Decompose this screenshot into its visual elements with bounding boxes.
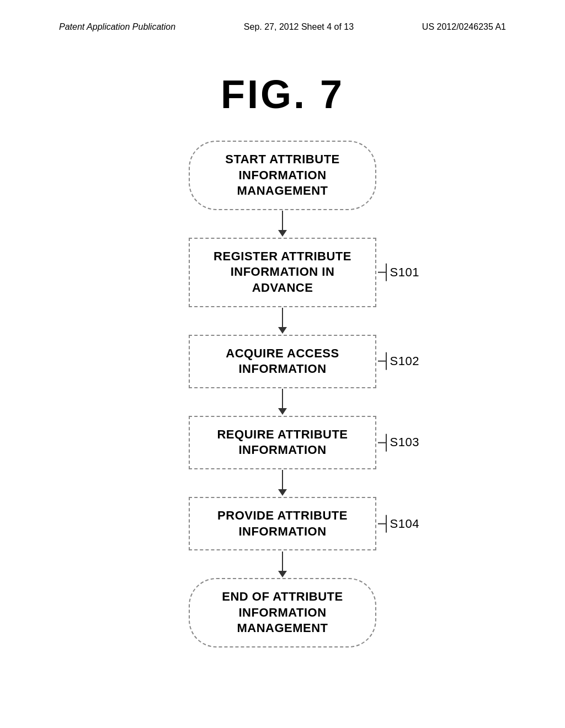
start-node: START ATTRIBUTEINFORMATION MANAGEMENT — [189, 141, 376, 210]
date-sheet-label: Sep. 27, 2012 Sheet 4 of 13 — [244, 22, 354, 32]
bracket-line — [378, 442, 387, 443]
s102-label: S102 — [390, 354, 419, 370]
s103-node: REQUIRE ATTRIBUTEINFORMATION S103 — [189, 416, 376, 469]
bracket-line — [378, 272, 387, 273]
s101-bracket: S101 — [378, 264, 419, 280]
arrow-2 — [278, 307, 287, 335]
figure-title: FIG. 7 — [0, 72, 565, 117]
s101-node: REGISTER ATTRIBUTEINFORMATION IN ADVANCE… — [189, 238, 376, 307]
s102-node: ACQUIRE ACCESSINFORMATION S102 — [189, 335, 376, 388]
s103-bracket: S103 — [378, 435, 419, 451]
end-node: END OF ATTRIBUTEINFORMATION MANAGEMENT — [189, 578, 376, 647]
publication-label: Patent Application Publication — [59, 22, 175, 32]
s102-bracket: S102 — [378, 354, 419, 370]
arrow-5 — [278, 550, 287, 578]
bracket-line — [378, 523, 387, 524]
arrow-line — [282, 211, 283, 231]
s103-label: S103 — [390, 435, 419, 451]
s104-label: S104 — [390, 516, 419, 532]
flow-step-end: END OF ATTRIBUTEINFORMATION MANAGEMENT — [139, 578, 426, 647]
s101-label: S101 — [390, 264, 419, 280]
page-header: Patent Application Publication Sep. 27, … — [0, 22, 565, 32]
flow-step-s104: PROVIDE ATTRIBUTEINFORMATION S104 — [139, 497, 426, 550]
flow-step-start: START ATTRIBUTEINFORMATION MANAGEMENT — [139, 141, 426, 210]
arrow-head — [278, 489, 287, 496]
flow-step-s102: ACQUIRE ACCESSINFORMATION S102 — [139, 335, 426, 388]
arrow-4 — [278, 469, 287, 497]
arrow-line — [282, 389, 283, 409]
arrow-head — [278, 571, 287, 577]
flow-step-s101: REGISTER ATTRIBUTEINFORMATION IN ADVANCE… — [139, 238, 426, 307]
flowchart: START ATTRIBUTEINFORMATION MANAGEMENT RE… — [139, 141, 426, 647]
page: Patent Application Publication Sep. 27, … — [0, 0, 565, 728]
arrow-1 — [278, 210, 287, 238]
arrow-head — [278, 408, 287, 415]
arrow-head — [278, 327, 287, 334]
patent-number-label: US 2012/0246235 A1 — [422, 22, 506, 32]
arrow-head — [278, 230, 287, 237]
arrow-line — [282, 552, 283, 571]
s104-node: PROVIDE ATTRIBUTEINFORMATION S104 — [189, 497, 376, 550]
s104-bracket: S104 — [378, 516, 419, 532]
arrow-line — [282, 308, 283, 328]
arrow-line — [282, 470, 283, 490]
flow-step-s103: REQUIRE ATTRIBUTEINFORMATION S103 — [139, 416, 426, 469]
arrow-3 — [278, 388, 287, 416]
bracket-line — [378, 361, 387, 362]
